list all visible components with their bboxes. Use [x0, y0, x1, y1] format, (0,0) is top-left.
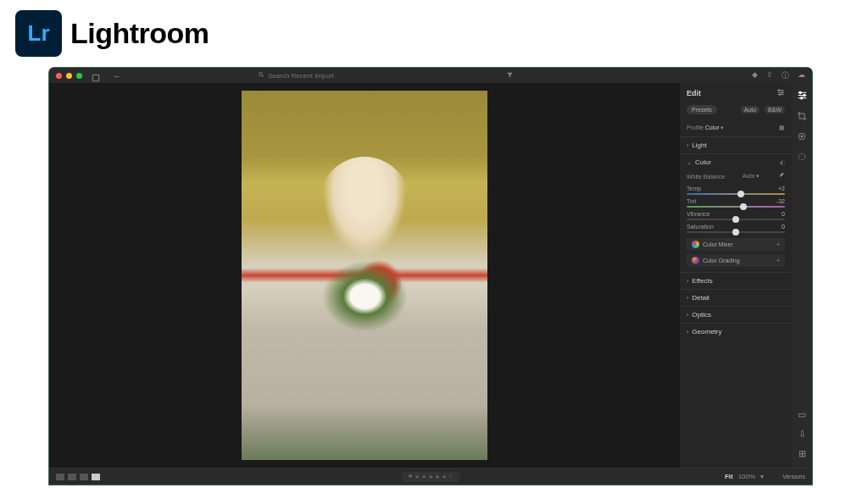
edit-panel-title: Edit: [687, 89, 701, 97]
svg-point-12: [798, 92, 800, 93]
slider-saturation-label: Saturation: [687, 224, 714, 230]
canvas-area[interactable]: [49, 83, 680, 468]
zoom-chevron-icon[interactable]: ▾: [760, 473, 764, 480]
detail-view-icon[interactable]: [80, 474, 88, 480]
profile-row[interactable]: Profile Color ▾ ▦: [680, 119, 792, 136]
lightroom-logo-icon: Lr: [15, 10, 62, 57]
color-grading-button[interactable]: Color Grading +: [687, 254, 785, 267]
home-icon[interactable]: [92, 70, 102, 80]
section-effects[interactable]: ›Effects: [680, 273, 792, 289]
section-color[interactable]: ⌄ Color ◐: [680, 154, 792, 170]
bottom-bar: ⚑ ★ ★ ★ ★ ★ ⚐ Fit 100% ▾ Versions: [49, 468, 812, 485]
info-icon[interactable]: ⓘ: [782, 70, 789, 81]
bw-button[interactable]: B&W: [765, 106, 785, 114]
versions-button[interactable]: Versions: [782, 474, 805, 480]
photo-preview[interactable]: [242, 91, 487, 460]
slider-thumb[interactable]: [732, 229, 739, 236]
color-mixer-button[interactable]: Color Mixer +: [687, 238, 785, 251]
titlebar-actions: ◆ ⇧ ⓘ ☁: [752, 70, 805, 81]
chevron-down-icon: ⌄: [687, 159, 692, 166]
auto-button[interactable]: Auto: [741, 106, 760, 114]
presets-button[interactable]: Presets: [687, 105, 717, 114]
wb-value[interactable]: Auto: [743, 173, 754, 179]
zoom-value[interactable]: 100%: [738, 473, 755, 480]
svg-point-16: [801, 136, 803, 137]
search-input[interactable]: [268, 72, 370, 80]
main-body: Edit Presets Auto B&W Profile Color ▾ ▦ …: [49, 83, 812, 468]
section-detail-label: Detail: [692, 294, 785, 302]
chevron-right-icon: ›: [687, 329, 688, 335]
crop-tool-icon[interactable]: [797, 111, 807, 123]
profile-label: Profile: [687, 125, 704, 130]
section-geometry[interactable]: ›Geometry: [680, 324, 792, 340]
slider-thumb[interactable]: [737, 191, 744, 197]
svg-rect-0: [92, 75, 99, 81]
titlebar: ← ◆ ⇧ ⓘ ☁: [49, 68, 812, 83]
slider-thumb[interactable]: [740, 203, 747, 210]
slider-saturation[interactable]: Saturation0: [687, 222, 785, 235]
section-color-label: Color: [695, 158, 776, 166]
cloud-icon[interactable]: ☁: [798, 70, 805, 81]
color-mixer-icon: [692, 241, 699, 248]
svg-point-1: [259, 73, 263, 76]
section-effects-label: Effects: [692, 277, 785, 285]
fit-label[interactable]: Fit: [725, 473, 733, 480]
svg-point-7: [782, 92, 783, 93]
filter-icon[interactable]: [506, 71, 514, 80]
svg-line-2: [262, 75, 264, 77]
expand-icon: +: [776, 258, 780, 263]
view-mode-switcher[interactable]: [56, 474, 100, 480]
svg-point-8: [779, 94, 781, 96]
window-minimize-icon[interactable]: [66, 73, 72, 79]
compare-view-icon[interactable]: [68, 474, 76, 480]
eyedropper-icon[interactable]: [777, 172, 785, 180]
back-arrow-icon[interactable]: ←: [113, 71, 121, 80]
versions-tool-icon[interactable]: ▭: [798, 409, 806, 420]
slider-temp-value: +2: [778, 186, 785, 191]
mask-tool-icon[interactable]: [797, 152, 807, 164]
slider-saturation-value: 0: [782, 224, 785, 230]
brand-name: Lightroom: [70, 17, 209, 50]
profile-browse-icon[interactable]: ▦: [779, 125, 785, 131]
chevron-right-icon: ›: [687, 295, 688, 301]
svg-point-6: [778, 90, 780, 92]
slider-tint[interactable]: Tint-32: [687, 197, 785, 209]
search-bar[interactable]: [258, 71, 370, 80]
svg-point-17: [798, 153, 805, 160]
window-close-icon[interactable]: [56, 73, 62, 79]
edit-tool-icon[interactable]: [797, 90, 808, 103]
chevron-right-icon: ›: [687, 278, 688, 284]
window-zoom-icon[interactable]: [76, 73, 82, 79]
export-tool-icon[interactable]: ⇩: [798, 429, 806, 440]
section-geometry-label: Geometry: [692, 328, 785, 336]
slider-temp-label: Temp: [687, 186, 701, 191]
grid-view-icon[interactable]: [56, 474, 64, 480]
flag-icon[interactable]: ⚑: [408, 474, 413, 480]
section-light[interactable]: › Light: [680, 137, 792, 153]
section-light-label: Light: [692, 141, 785, 149]
section-optics[interactable]: ›Optics: [680, 307, 792, 323]
slider-thumb[interactable]: [732, 216, 739, 223]
single-view-icon[interactable]: [92, 474, 100, 480]
slider-vibrance-value: 0: [782, 211, 785, 217]
star-rating[interactable]: ★ ★ ★ ★ ★: [415, 474, 447, 480]
slider-vibrance[interactable]: Vibrance0: [687, 209, 785, 222]
slider-tint-label: Tint: [687, 198, 696, 204]
slider-temp[interactable]: Temp+2: [687, 184, 785, 197]
edit-panel: Edit Presets Auto B&W Profile Color ▾ ▦ …: [680, 83, 792, 468]
grid-tool-icon[interactable]: ⊞: [798, 448, 806, 459]
brand-header: Lr Lightroom: [0, 0, 868, 67]
expand-icon: +: [776, 241, 780, 247]
slider-vibrance-label: Vibrance: [687, 211, 710, 217]
tag-icon[interactable]: ◆: [752, 70, 758, 81]
share-icon[interactable]: ⇧: [766, 70, 773, 81]
tool-strip: ▭ ⇩ ⊞: [792, 83, 812, 468]
reject-flag-icon[interactable]: ⚐: [448, 474, 453, 480]
section-detail[interactable]: ›Detail: [680, 290, 792, 306]
healing-tool-icon[interactable]: [797, 131, 807, 143]
rating-stars[interactable]: ⚑ ★ ★ ★ ★ ★ ⚐: [401, 472, 460, 482]
visibility-icon[interactable]: ◐: [780, 159, 785, 166]
panel-settings-icon[interactable]: [776, 88, 785, 98]
wb-label: White Balance: [687, 174, 725, 180]
svg-point-14: [800, 97, 802, 99]
